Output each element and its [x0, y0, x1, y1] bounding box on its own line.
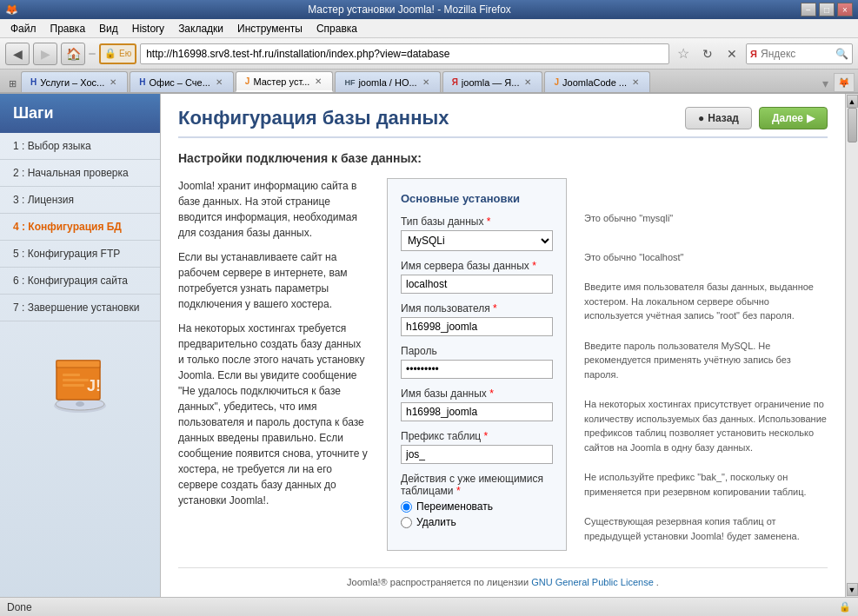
tab-5-label: JoomlaCode ...	[562, 77, 627, 88]
back-button[interactable]: ◀	[5, 43, 30, 65]
tab-3-label: joomla / HO...	[358, 77, 416, 88]
step-5-label: Конфигурация FTP	[28, 248, 121, 260]
tab-2[interactable]: J Мастер уст... ✕	[236, 71, 334, 92]
db-pass-input[interactable]	[401, 360, 553, 379]
sidebar-step-6[interactable]: 6 : Конфигурация сайта	[0, 268, 160, 295]
tables-action-label: Действия с уже имеющимися таблицами *	[401, 473, 553, 497]
titlebar: 🦊 Мастер установки Joomla! - Mozilla Fir…	[0, 0, 858, 19]
tab-0-label: Услуги – Хос...	[40, 77, 104, 88]
separator	[89, 53, 96, 55]
search-icon[interactable]: 🔍	[835, 48, 848, 60]
desc-para-1: Joomla! хранит информацию сайта в базе д…	[178, 178, 369, 241]
tab-4-label: joomla — Я...	[462, 77, 520, 88]
next-button[interactable]: Далее ▶	[759, 107, 828, 129]
db-prefix-label: Префикс таблиц *	[401, 430, 553, 442]
scroll-down-button[interactable]: ▼	[847, 583, 858, 596]
sidebar-step-3[interactable]: 3 : Лицензия	[0, 187, 160, 214]
footer-text: Joomla!® распространяется по лицензии	[347, 577, 531, 587]
tab-2-close[interactable]: ✕	[313, 76, 323, 86]
sidebar-step-7[interactable]: 7 : Завершение установки	[0, 295, 160, 321]
tab-0-close[interactable]: ✕	[108, 77, 118, 87]
ssl-indicator: 🔒 Ею	[99, 43, 136, 64]
tab-3[interactable]: HF joomla / HO... ✕	[335, 71, 440, 92]
svg-rect-6	[63, 374, 80, 376]
tab-4-icon: Я	[452, 77, 458, 87]
prev-label: Назад	[708, 112, 739, 124]
tabs-menu-button[interactable]: ▾	[816, 75, 834, 92]
tab-4[interactable]: Я joomla — Я... ✕	[442, 71, 543, 92]
step-6-number: 6 :	[13, 275, 28, 287]
url-bar[interactable]	[140, 43, 669, 64]
tab-0[interactable]: H Услуги – Хос... ✕	[21, 71, 128, 92]
close-button[interactable]: ×	[837, 3, 853, 17]
db-host-input[interactable]	[401, 275, 553, 294]
sidebar-step-5[interactable]: 5 : Конфигурация FTP	[0, 241, 160, 268]
tab-4-close[interactable]: ✕	[522, 77, 533, 87]
menubar: Файл Правка Вид History Закладки Инструм…	[0, 19, 858, 38]
db-pass-group: Пароль	[401, 345, 553, 379]
db-type-select[interactable]: MySQLi MySQL	[401, 230, 553, 251]
desc-para-3: На некоторых хостингах требуется предвар…	[178, 321, 369, 508]
svg-text:J!: J!	[87, 377, 101, 394]
db-name-input[interactable]	[401, 402, 553, 421]
prev-button[interactable]: ● Назад	[685, 107, 752, 129]
tab-1-label: Офис – Сче...	[150, 77, 210, 88]
description-column: Joomla! хранит информацию сайта в базе д…	[178, 178, 369, 559]
tab-1[interactable]: H Офис – Сче... ✕	[130, 71, 234, 92]
sidebar-step-4[interactable]: 4 : Конфигурация БД	[0, 214, 160, 241]
step-5-number: 5 :	[13, 248, 28, 260]
bookmark-star[interactable]: ☆	[673, 43, 694, 64]
tab-5[interactable]: J JoomlaCode ... ✕	[544, 71, 650, 92]
menu-bookmarks[interactable]: Закладки	[171, 21, 230, 36]
db-prefix-input[interactable]	[401, 445, 553, 464]
installer-layout: Шаги 1 : Выбор языка 2 : Начальная прове…	[0, 94, 845, 597]
page-title: Конфигурация базы данных	[178, 107, 449, 129]
form-column: Основные установки Тип базы данных * MyS…	[387, 178, 567, 559]
step-4-label: Конфигурация БД	[28, 221, 122, 233]
step-3-number: 3 :	[13, 194, 28, 206]
tab-grid-icon[interactable]: ⊞	[3, 75, 21, 92]
tab-1-icon: H	[139, 77, 145, 87]
home-button[interactable]: 🏠	[61, 43, 85, 65]
menu-help[interactable]: Справка	[309, 21, 364, 36]
menu-edit[interactable]: Правка	[43, 21, 93, 36]
db-host-label: Имя сервера базы данных *	[401, 260, 553, 272]
minimize-button[interactable]: −	[801, 3, 816, 17]
scroll-up-button[interactable]: ▲	[847, 95, 858, 108]
menu-view[interactable]: Вид	[92, 21, 125, 36]
statusbar: Done 🔒	[0, 597, 858, 616]
desc-para-2: Если вы устанавливаете сайт на рабочем с…	[178, 249, 369, 312]
menu-file[interactable]: Файл	[3, 21, 43, 36]
tab-5-icon: J	[554, 77, 559, 87]
footer-link[interactable]: GNU General Public License	[531, 577, 654, 587]
radio-delete-input[interactable]	[401, 517, 412, 528]
page-footer: Joomla!® распространяется по лицензии GN…	[178, 567, 828, 596]
db-user-input[interactable]	[401, 317, 553, 336]
menu-tools[interactable]: Инструменты	[230, 21, 309, 36]
window-controls[interactable]: − □ ×	[801, 3, 853, 17]
radio-rename-input[interactable]	[401, 501, 412, 513]
hint-3: Введите пароль пользователя MySQL. Не ре…	[584, 339, 828, 382]
tab-3-icon: HF	[344, 78, 355, 87]
sidebar-step-1[interactable]: 1 : Выбор языка	[0, 133, 160, 160]
scroll-thumb[interactable]	[848, 108, 857, 142]
tab-5-close[interactable]: ✕	[630, 77, 641, 87]
scrollbar[interactable]: ▲ ▼	[845, 94, 858, 597]
box-svg: J!	[41, 343, 119, 421]
stop-button[interactable]: ✕	[722, 43, 742, 64]
step-7-number: 7 :	[13, 301, 28, 314]
tab-3-close[interactable]: ✕	[421, 77, 431, 87]
restore-button[interactable]: □	[819, 3, 835, 17]
sidebar-step-2[interactable]: 2 : Начальная проверка	[0, 160, 160, 187]
menu-history[interactable]: History	[125, 21, 171, 36]
refresh-button[interactable]: ↻	[697, 43, 718, 64]
status-text: Done	[7, 601, 839, 613]
search-input[interactable]	[757, 48, 835, 60]
db-name-group: Имя базы данных *	[401, 387, 553, 421]
hint-4: На некоторых хостингах присутствует огра…	[584, 397, 828, 454]
forward-button[interactable]: ▶	[33, 43, 57, 65]
svg-rect-8	[63, 384, 84, 387]
tab-1-close[interactable]: ✕	[214, 77, 224, 87]
new-tab-button[interactable]: 🦊	[834, 73, 855, 92]
step-4-number: 4 :	[13, 221, 28, 233]
